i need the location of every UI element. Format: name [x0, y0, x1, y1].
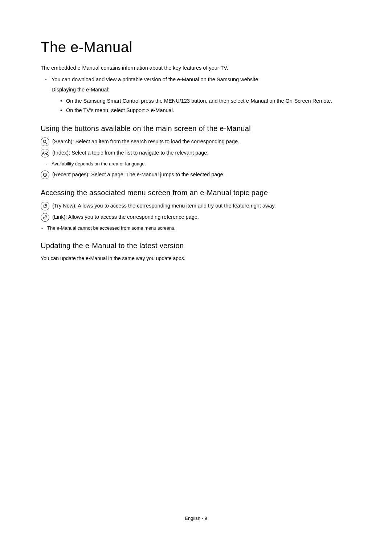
svg-line-1: [46, 143, 47, 144]
recent-row: (Recent pages): Select a page. The e-Man…: [41, 171, 351, 179]
trynow-text: (Try Now): Allows you to access the corr…: [52, 202, 276, 210]
section-heading: Accessing the associated menu screen fro…: [41, 189, 351, 197]
search-icon: [41, 137, 49, 146]
page-title: The e-Manual: [41, 39, 351, 56]
link-icon: [41, 213, 49, 222]
svg-point-0: [43, 140, 46, 143]
recent-text: (Recent pages): Select a page. The e-Man…: [52, 171, 225, 179]
recent-pages-icon: [41, 171, 49, 179]
intro-text: The embedded e-Manual contains informati…: [41, 64, 351, 71]
section-heading: Updating the e-Manual to the latest vers…: [41, 242, 351, 250]
index-text: (Index): Select a topic from the list to…: [52, 149, 208, 157]
trynow-row: (Try Now): Allows you to access the corr…: [41, 202, 351, 210]
page-content: The e-Manual The embedded e-Manual conta…: [0, 0, 392, 288]
bullet-list: On the Samsung Smart Control press the M…: [60, 96, 351, 115]
page-footer: English - 9: [0, 516, 392, 521]
list-item: On the Samsung Smart Control press the M…: [60, 96, 351, 106]
displaying-text: Displaying the e-Manual:: [52, 86, 351, 94]
search-text: (Search): Select an item from the search…: [52, 138, 239, 146]
index-icon: A-Z: [41, 149, 49, 157]
access-note: The e-Manual cannot be accessed from som…: [41, 225, 351, 232]
index-row: A-Z (Index): Select a topic from the lis…: [41, 149, 351, 157]
download-text: You can download and view a printable ve…: [52, 77, 260, 82]
link-text: (Link): Allows you to access the corresp…: [52, 213, 199, 221]
update-text: You can update the e-Manual in the same …: [41, 255, 351, 262]
trynow-icon: [41, 202, 49, 210]
link-row: (Link): Allows you to access the corresp…: [41, 213, 351, 222]
section-heading: Using the buttons available on the main …: [41, 124, 351, 133]
search-row: (Search): Select an item from the search…: [41, 138, 351, 146]
availability-note: Availability depends on the area or lang…: [46, 160, 351, 168]
list-item: On the TV's menu, select Support > e-Man…: [60, 106, 351, 115]
list-item: You can download and view a printable ve…: [45, 75, 351, 115]
top-dash-list: You can download and view a printable ve…: [45, 75, 351, 115]
